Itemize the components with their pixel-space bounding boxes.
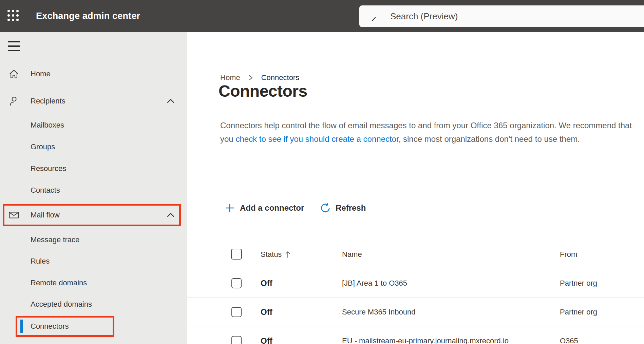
refresh-label: Refresh (336, 203, 366, 213)
add-connector-label: Add a connector (240, 203, 304, 213)
sidebar-item-label: Accepted domains (31, 300, 92, 309)
divider (220, 191, 644, 191)
sidebar-item-label: Connectors (31, 322, 69, 331)
person-icon (8, 95, 20, 107)
table-row[interactable]: Off EU - mailstream-eu-primary.journalin… (187, 327, 644, 344)
sidebar-item-contacts[interactable]: Contacts (0, 179, 187, 201)
table-row[interactable]: Off Secure M365 Inbound Partner org (187, 298, 644, 326)
column-header-name[interactable]: Name (342, 250, 362, 259)
cell-status: Off (261, 307, 272, 317)
description-text-after: since most organizations don't need to u… (401, 134, 580, 144)
breadcrumb-home-link[interactable]: Home (220, 73, 240, 82)
page-description: Connectors help control the flow of emai… (220, 119, 633, 146)
chevron-right-icon (248, 74, 254, 81)
sidebar-item-label: Mail flow (31, 211, 60, 219)
sidebar-item-label: Remote domains (31, 279, 87, 287)
search-box[interactable] (359, 5, 644, 27)
app-launcher-icon[interactable] (7, 10, 20, 22)
page-title: Connectors (219, 82, 307, 100)
sidebar-item-resources[interactable]: Resources (0, 158, 187, 179)
sidebar-item-label: Resources (31, 164, 66, 173)
cell-status: Off (261, 279, 272, 288)
add-connector-button[interactable]: Add a connector (225, 201, 304, 215)
row-checkbox[interactable] (231, 336, 242, 344)
sidebar-item-connectors[interactable]: Connectors (0, 316, 187, 337)
sidebar-item-rules[interactable]: Rules (0, 250, 187, 272)
search-icon (371, 10, 383, 22)
sidebar-item-accepted-domains[interactable]: Accepted domains (0, 293, 187, 315)
main-content: Home Connectors Connectors Connectors he… (187, 32, 644, 344)
refresh-icon (320, 203, 330, 213)
sidebar-item-label: Groups (31, 142, 55, 151)
sidebar-item-mailboxes[interactable]: Mailboxes (0, 114, 187, 136)
sidebar-item-label: Rules (31, 257, 50, 266)
cell-name[interactable]: Secure M365 Inbound (342, 308, 416, 317)
sidebar-item-label: Recipients (31, 97, 65, 106)
chevron-up-icon[interactable] (166, 211, 175, 219)
breadcrumb-current: Connectors (261, 73, 300, 82)
cell-status: Off (261, 336, 272, 344)
chevron-up-icon[interactable] (166, 97, 175, 106)
search-input[interactable] (390, 11, 594, 22)
table-header: Status Name From (187, 249, 644, 260)
table-row[interactable]: Off [JB] Area 1 to O365 Partner org (187, 269, 644, 298)
sidebar-item-message-trace[interactable]: Message trace (0, 229, 187, 251)
create-connector-check-link[interactable]: check to see if you should create a conn… (235, 134, 401, 144)
menu-toggle-icon[interactable] (8, 41, 20, 51)
refresh-button[interactable]: Refresh (320, 201, 366, 215)
cell-from: Partner org (560, 308, 597, 317)
sidebar-item-groups[interactable]: Groups (0, 136, 187, 158)
sidebar-item-label: Message trace (31, 235, 79, 244)
home-icon (8, 68, 20, 80)
sidebar-nav: Home Recipients Mailboxes Groups Resourc… (0, 32, 187, 344)
sidebar-item-remote-domains[interactable]: Remote domains (0, 272, 187, 294)
sidebar-item-recipients[interactable]: Recipients (0, 90, 187, 112)
cell-from: O365 (560, 337, 578, 344)
sidebar-item-label: Home (31, 70, 51, 78)
sidebar-item-mail-flow[interactable]: Mail flow (0, 204, 187, 226)
mail-icon (8, 209, 20, 221)
selected-indicator (20, 320, 23, 333)
column-header-from[interactable]: From (560, 250, 577, 259)
app-title: Exchange admin center (36, 0, 140, 32)
plus-icon (225, 203, 235, 213)
cell-from: Partner org (560, 279, 597, 288)
cell-name[interactable]: EU - mailstream-eu-primary.journaling.mx… (342, 337, 509, 344)
row-checkbox[interactable] (231, 307, 242, 317)
select-all-checkbox[interactable] (231, 249, 242, 260)
row-checkbox[interactable] (231, 278, 242, 288)
sidebar-item-label: Contacts (31, 186, 60, 195)
sidebar-item-home[interactable]: Home (0, 63, 187, 85)
cell-name[interactable]: [JB] Area 1 to O365 (342, 279, 407, 288)
column-header-status[interactable]: Status (261, 250, 282, 259)
top-bar: Exchange admin center (0, 0, 644, 32)
sidebar-item-label: Mailboxes (31, 121, 64, 130)
sort-ascending-icon[interactable] (285, 250, 290, 259)
